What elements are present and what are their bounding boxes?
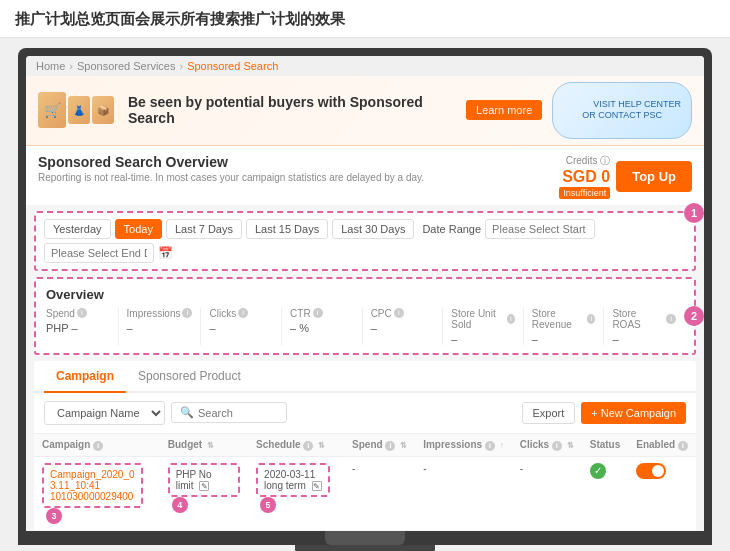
date-buttons: Yesterday Today Last 7 Days Last 15 Days… <box>44 219 686 263</box>
metric-store-roas-value: – <box>612 333 676 345</box>
last-15-days-button[interactable]: Last 15 Days <box>246 219 328 239</box>
breadcrumb-services[interactable]: Sponsored Services <box>77 60 175 72</box>
metric-spend: Spend i PHP – <box>46 308 119 345</box>
budget-sort-icon[interactable]: ⇅ <box>207 441 214 450</box>
metric-ctr-value: – % <box>290 322 354 334</box>
insufficient-badge: Insufficient <box>559 187 610 199</box>
calendar-icon: 📅 <box>158 246 173 260</box>
banner-image-3: 📦 <box>92 96 114 124</box>
metric-spend-label: Spend <box>46 308 75 319</box>
visit-help-text: VISIT HELP CENTER OR CONTACT PSC <box>582 99 681 121</box>
new-campaign-button[interactable]: + New Campaign <box>581 402 686 424</box>
credits-box: Credits ⓘ SGD 0 Insufficient Top Up <box>559 154 692 199</box>
last-7-days-button[interactable]: Last 7 Days <box>166 219 242 239</box>
schedule-sort-icon[interactable]: ⇅ <box>318 441 325 450</box>
badge-1: 1 <box>684 203 704 223</box>
badge-2: 2 <box>684 306 704 326</box>
page-subtitle: Reporting is not real-time. In most case… <box>38 172 424 183</box>
campaign-filter-select[interactable]: Campaign Name <box>44 401 165 425</box>
clicks-sort-icon[interactable]: ⇅ <box>567 441 574 450</box>
col-spend: Spend i ⇅ <box>344 433 415 456</box>
metric-store-revenue: Store Revenue i – <box>524 308 605 345</box>
metric-store-revenue-value: – <box>532 333 596 345</box>
metric-impressions-label: Impressions <box>127 308 181 319</box>
breadcrumb-search[interactable]: Sponsored Search <box>187 60 278 72</box>
cell-schedule: 2020-03-11 long term ✎ 5 <box>248 456 344 530</box>
schedule-edit-icon[interactable]: ✎ <box>312 481 322 491</box>
col-schedule: Schedule i ⇅ <box>248 433 344 456</box>
metric-store-roas: Store ROAS i – <box>604 308 684 345</box>
cell-status: ✓ <box>582 456 629 530</box>
col-enabled: Enabled i <box>628 433 696 456</box>
tab-campaign[interactable]: Campaign <box>44 361 126 393</box>
impressions-info-icon: i <box>182 308 192 318</box>
table-row: Campaign_2020_03.11_10:41101030000029400… <box>34 456 696 530</box>
schedule-box: 2020-03-11 long term ✎ <box>256 463 329 497</box>
today-button[interactable]: Today <box>115 219 162 239</box>
cell-spend: - <box>344 456 415 530</box>
col-campaign: Campaign i <box>34 433 160 456</box>
search-input[interactable] <box>198 407 278 419</box>
page-heading: Sponsored Search Overview <box>38 154 424 170</box>
end-date-input[interactable] <box>44 243 154 263</box>
date-range-label: Date Range <box>422 223 481 235</box>
schedule-date: 2020-03-11 <box>264 469 315 480</box>
credits-value: SGD 0 <box>559 168 610 186</box>
metric-impressions: Impressions i – <box>119 308 202 345</box>
export-button[interactable]: Export <box>522 402 576 424</box>
monitor-frame: Home › Sponsored Services › Sponsored Se… <box>18 48 712 531</box>
store-unit-sold-info-icon: i <box>507 314 515 324</box>
overview-section: 2 Overview Spend i PHP – Impressi <box>34 277 696 355</box>
metric-spend-value: PHP – <box>46 322 110 334</box>
date-filter-section: 1 Yesterday Today Last 7 Days Last 15 Da… <box>34 211 696 271</box>
campaign-name-box: Campaign_2020_03.11_10:41101030000029400 <box>42 463 143 508</box>
badge-5: 5 <box>260 497 276 513</box>
enabled-col-info: i <box>678 441 688 451</box>
table-header-row: Campaign i Budget ⇅ Schedule i ⇅ <box>34 433 696 456</box>
header-left: Sponsored Search Overview Reporting is n… <box>38 154 424 183</box>
metric-clicks-label: Clicks <box>209 308 236 319</box>
metric-cpc-value: – <box>371 322 435 334</box>
metric-store-roas-label: Store ROAS <box>612 308 664 330</box>
credits-info: Credits ⓘ SGD 0 Insufficient <box>559 154 610 199</box>
enabled-toggle[interactable] <box>636 463 666 479</box>
tab-sponsored-product[interactable]: Sponsored Product <box>126 361 253 393</box>
metric-ctr: CTR i – % <box>282 308 363 345</box>
spend-sort-icon[interactable]: ⇅ <box>400 441 407 450</box>
cell-budget: PHP No limit ✎ 4 <box>160 456 248 530</box>
metric-clicks-value: – <box>209 322 273 334</box>
monitor-base <box>18 531 712 545</box>
search-icon: 🔍 <box>180 406 194 419</box>
page-title: 推广计划总览页面会展示所有搜索推广计划的效果 <box>15 10 715 29</box>
action-buttons: Export + New Campaign <box>522 402 686 424</box>
breadcrumb-home[interactable]: Home <box>36 60 65 72</box>
cell-enabled <box>628 456 696 530</box>
overview-metrics: Spend i PHP – Impressions i – <box>46 308 684 345</box>
start-date-input[interactable] <box>485 219 595 239</box>
tabs-row: Campaign Sponsored Product <box>34 361 696 393</box>
spend-col-info: i <box>385 441 395 451</box>
visit-help-box[interactable]: VISIT HELP CENTER OR CONTACT PSC <box>552 82 692 139</box>
cpc-info-icon: i <box>394 308 404 318</box>
search-group: Campaign Name 🔍 <box>44 401 287 425</box>
badge-3: 3 <box>46 508 62 524</box>
topup-button[interactable]: Top Up <box>616 161 692 192</box>
credits-label: Credits ⓘ <box>559 154 610 168</box>
metric-store-unit-sold-label: Store Unit Sold <box>451 308 505 330</box>
credits-currency: SGD <box>562 168 597 185</box>
title-bar: 推广计划总览页面会展示所有搜索推广计划的效果 <box>0 0 730 38</box>
header-area: Sponsored Search Overview Reporting is n… <box>26 146 704 205</box>
campaign-name-link[interactable]: Campaign_2020_03.11_10:41101030000029400 <box>50 469 135 502</box>
metric-store-revenue-label: Store Revenue <box>532 308 586 330</box>
col-clicks: Clicks i ⇅ <box>512 433 582 456</box>
budget-edit-icon[interactable]: ✎ <box>199 481 209 491</box>
ctr-info-icon: i <box>313 308 323 318</box>
impressions-sort-icon[interactable]: ↑ <box>500 441 504 450</box>
cell-campaign-name: Campaign_2020_03.11_10:41101030000029400… <box>34 456 160 530</box>
col-budget: Budget ⇅ <box>160 433 248 456</box>
credits-amount: 0 <box>601 168 610 185</box>
yesterday-button[interactable]: Yesterday <box>44 219 111 239</box>
learn-more-button[interactable]: Learn more <box>466 100 542 120</box>
last-30-days-button[interactable]: Last 30 Days <box>332 219 414 239</box>
badge-4: 4 <box>172 497 188 513</box>
